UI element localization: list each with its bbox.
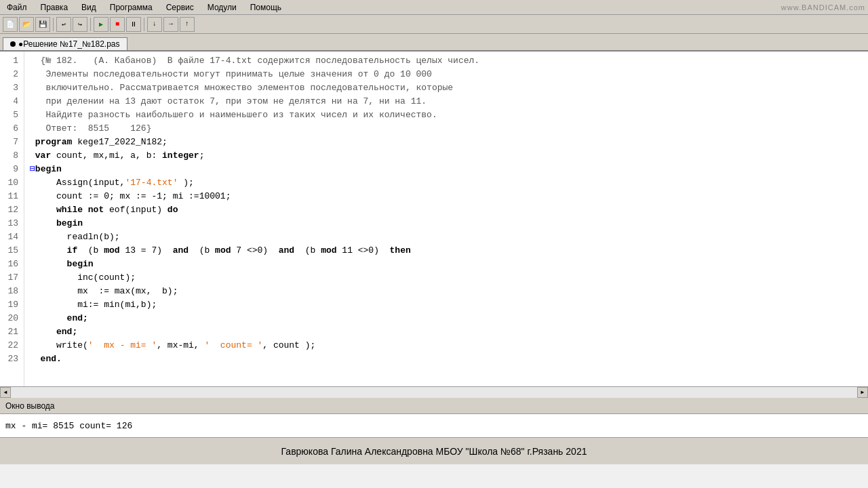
output-panel: Окно вывода mx - mi= 8515 count= 126 xyxy=(0,397,868,437)
output-text: mx - mi= 8515 count= 126 xyxy=(5,421,132,431)
footer: Гаврюкова Галина Александровна МБОУ "Шко… xyxy=(0,437,868,464)
tab-bar: ●Решение №17_№182.pas xyxy=(0,34,868,52)
menu-modules[interactable]: Модули xyxy=(203,2,241,13)
menu-view[interactable]: Вид xyxy=(77,2,100,13)
menu-file[interactable]: Файл xyxy=(3,2,31,13)
tab-file[interactable]: ●Решение №17_№182.pas xyxy=(3,37,127,50)
menu-program[interactable]: Программа xyxy=(106,2,157,13)
output-header-label: Окно вывода xyxy=(5,401,55,411)
toolbar-btn-run[interactable]: ▶ xyxy=(94,17,108,32)
code-content[interactable]: {№ 182. (А. Кабанов) В файле 17-4.txt со… xyxy=(24,52,868,386)
output-header: Окно вывода xyxy=(0,398,868,414)
scroll-left-arrow[interactable]: ◀ xyxy=(0,387,11,398)
output-content: mx - mi= 8515 count= 126 xyxy=(0,414,868,437)
tab-modified-dot xyxy=(10,41,16,47)
toolbar-btn-undo[interactable]: ↩ xyxy=(56,17,71,32)
toolbar-btn-open[interactable]: 📂 xyxy=(19,17,34,32)
menu-help[interactable]: Помощь xyxy=(246,2,285,13)
toolbar-btn-save[interactable]: 💾 xyxy=(35,17,50,32)
toolbar-btn-out[interactable]: ↑ xyxy=(180,17,195,32)
footer-text: Гаврюкова Галина Александровна МБОУ "Шко… xyxy=(281,446,587,457)
bandicam-logo: www.BANDICAM.com xyxy=(781,3,865,12)
menubar: Файл Правка Вид Программа Сервис Модули … xyxy=(0,0,868,15)
toolbar-sep-1 xyxy=(53,18,54,31)
tab-label: ●Решение №17_№182.pas xyxy=(18,39,120,49)
toolbar-sep-2 xyxy=(90,18,91,31)
toolbar-sep-3 xyxy=(144,18,144,31)
toolbar-btn-debug[interactable]: ⏸ xyxy=(126,17,141,32)
scroll-track[interactable] xyxy=(11,387,857,398)
menu-edit[interactable]: Правка xyxy=(37,2,73,13)
toolbar-btn-step[interactable]: ↓ xyxy=(147,17,162,32)
editor-area: 12345 678910 1112131415 1617181920 21222… xyxy=(0,52,868,386)
horizontal-scrollbar[interactable]: ◀ ▶ xyxy=(0,386,868,397)
toolbar-btn-over[interactable]: → xyxy=(163,17,178,32)
toolbar-btn-stop[interactable]: ■ xyxy=(110,17,125,32)
menu-service[interactable]: Сервис xyxy=(162,2,198,13)
line-numbers: 12345 678910 1112131415 1617181920 21222… xyxy=(0,52,24,386)
scroll-right-arrow[interactable]: ▶ xyxy=(857,387,868,398)
toolbar-btn-new[interactable]: 📄 xyxy=(3,17,18,32)
toolbar-btn-redo[interactable]: ↪ xyxy=(73,17,87,32)
toolbar: 📄 📂 💾 ↩ ↪ ▶ ■ ⏸ ↓ → ↑ xyxy=(0,15,868,34)
